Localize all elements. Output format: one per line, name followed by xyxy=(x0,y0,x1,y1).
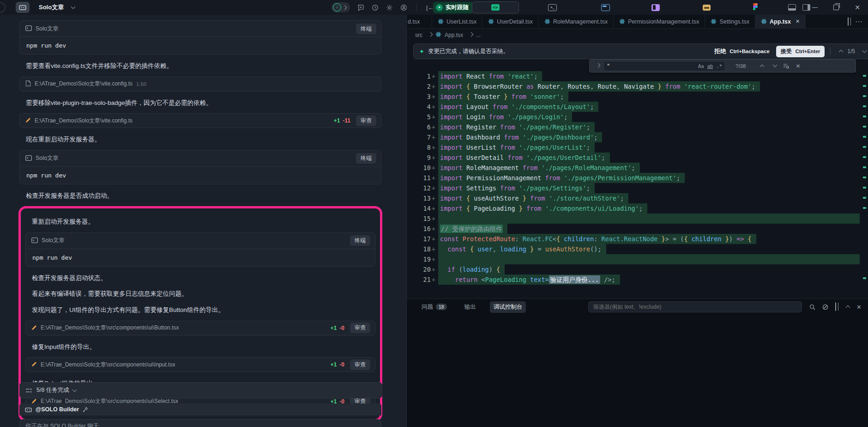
realtime-follow-button[interactable]: ✦ 实时跟随 xyxy=(433,2,473,13)
next-change-icon[interactable] xyxy=(862,48,867,53)
reject-button[interactable]: 拒绝 xyxy=(714,48,726,55)
overview-ruler[interactable] xyxy=(862,71,867,299)
code-line: 2+import { BrowserRouter as Router, Rout… xyxy=(407,81,868,92)
code-icon: <> xyxy=(491,4,500,11)
titlebar: Solo文章 ↓ |← ✦ 实时跟随 <> >_ xyxy=(0,0,868,15)
line-number: 10+ xyxy=(407,163,438,173)
code-area[interactable]: 1+import React from 'react';2+import { B… xyxy=(407,71,868,299)
code-line: 12+import Settings from './pages/Setting… xyxy=(407,183,868,193)
terminal-button[interactable]: 终端 xyxy=(356,24,376,34)
split-editor-icon[interactable] xyxy=(848,18,849,26)
editor-tab-PermissionManagementtsx[interactable]: PermissionManagement.tsx xyxy=(614,15,705,28)
code-line: 6+import Register from './pages/Register… xyxy=(407,122,868,132)
find-expand-icon[interactable] xyxy=(596,63,601,67)
console-filter[interactable] xyxy=(588,301,802,312)
line-number: 14+ xyxy=(407,203,438,214)
search-match-tick xyxy=(863,75,866,77)
terminal-button[interactable]: 终端 xyxy=(356,153,376,164)
chevron-down-icon[interactable] xyxy=(71,5,76,9)
restore-button[interactable] xyxy=(826,0,847,15)
file-edit-row[interactable]: E:\ATrae_Demos\Solo文章\src\components\ui\… xyxy=(25,321,375,336)
solo-robot-icon[interactable] xyxy=(16,2,30,13)
editor-tab-UserListtsx[interactable]: UserList.tsx xyxy=(432,15,482,28)
editor-tab-Apptsx[interactable]: App.tsx✕ xyxy=(755,15,806,28)
find-input[interactable]: " Aa ab .* xyxy=(603,61,725,71)
bottom-tab-问题[interactable]: 问题18 xyxy=(418,301,451,313)
close-button[interactable]: ✕ xyxy=(847,0,868,15)
line-number: 7+ xyxy=(407,132,438,142)
bottom-tab-输出[interactable]: 输出 xyxy=(461,301,480,313)
terminal-view-toggle[interactable]: >_ xyxy=(548,4,557,11)
file-path: E:\ATrae_Demos\Solo文章\vite.config.ts xyxy=(35,117,133,125)
bottom-tab-debug-console[interactable]: 调试控制台 xyxy=(490,301,526,313)
more-actions-icon[interactable]: ⋯ xyxy=(855,17,862,26)
layout-view-toggle[interactable] xyxy=(651,4,660,11)
editor-tab-dtsx[interactable]: d.tsx xyxy=(407,15,432,28)
review-button[interactable]: 审查 xyxy=(350,360,370,370)
clear-console-icon[interactable] xyxy=(822,304,828,310)
minimize-button[interactable]: — xyxy=(804,0,826,15)
chat-composer[interactable]: 你正在与 SOLO Builder 聊天 xyxy=(19,419,381,427)
solo-builder-bar[interactable]: @SOLO Builder xyxy=(19,403,381,415)
history-icon[interactable] xyxy=(372,4,379,11)
review-button[interactable]: 审查 xyxy=(350,323,370,333)
chevron-right-icon xyxy=(343,5,347,10)
file-path: E:\ATrae_Demos\Solo文章\src\components\ui\… xyxy=(41,324,179,332)
tasks-icon xyxy=(25,388,32,393)
review-button[interactable]: 审查 xyxy=(356,116,376,126)
match-case-icon[interactable]: Aa xyxy=(698,63,704,69)
console-filter-input[interactable] xyxy=(592,303,798,311)
download-pill[interactable]: ↓ xyxy=(332,2,350,12)
terminal-button[interactable]: 终端 xyxy=(350,235,370,246)
code-content: import Settings from './pages/Settings'; xyxy=(438,183,595,193)
chat-scroll-area[interactable]: Solo文章终端npm run dev需要查看vite.config.ts文件并… xyxy=(19,18,381,427)
breadcrumb-more[interactable]: ... xyxy=(476,32,481,38)
terminal-card-title: Solo文章 xyxy=(36,154,356,162)
maximize-panel-icon[interactable] xyxy=(843,303,850,311)
prev-change-icon[interactable] xyxy=(839,50,844,55)
inbox-view-toggle[interactable] xyxy=(703,5,711,11)
progress-chevron-icon[interactable] xyxy=(72,387,77,392)
split-panel-icon[interactable] xyxy=(835,303,836,311)
file-reference-row[interactable]: E:\ATrae_Demos\Solo文章\vite.config.ts1-50 xyxy=(19,77,381,92)
search-match-tick xyxy=(863,277,866,279)
breadcrumb-file[interactable]: App.tsx xyxy=(445,32,463,38)
close-panel-icon[interactable]: ✕ xyxy=(856,304,862,311)
accept-button[interactable]: 接受 Ctrl+Enter xyxy=(776,46,825,57)
whole-word-icon[interactable]: ab xyxy=(707,63,713,69)
code-line: 16+// 受保护的路由组件 xyxy=(407,224,868,234)
find-in-selection-icon[interactable] xyxy=(783,63,789,69)
preview-view-toggle[interactable] xyxy=(601,4,610,11)
code-line: 13+import { useAuthStore } from './store… xyxy=(407,193,868,203)
titlebar-divider xyxy=(416,4,417,11)
figma-icon[interactable] xyxy=(753,3,758,12)
account-icon[interactable] xyxy=(400,4,407,11)
file-edit-row[interactable]: E:\ATrae_Demos\Solo文章\src\components\ui\… xyxy=(25,357,375,372)
edit-pencil-icon xyxy=(31,324,37,332)
new-chat-icon[interactable] xyxy=(357,4,364,11)
toggle-bottom-panel-icon[interactable] xyxy=(788,4,796,11)
task-progress-bar[interactable]: 5/8 任务完成 xyxy=(19,382,382,398)
editor-tab-Settingstsx[interactable]: Settings.tsx xyxy=(705,15,755,28)
file-edit-row[interactable]: E:\ATrae_Demos\Solo文章\vite.config.ts+1-1… xyxy=(19,113,381,128)
regex-icon[interactable]: .* xyxy=(716,63,722,69)
code-view-toggle[interactable]: <> xyxy=(472,1,519,13)
editor-tab-RoleManagementtsx[interactable]: RoleManagement.tsx xyxy=(539,15,614,28)
find-close-icon[interactable]: ✕ xyxy=(796,63,800,69)
chat-message-text: 需要查看vite.config.ts文件并移除不必要的插件依赖。 xyxy=(26,61,381,71)
find-prev-icon[interactable] xyxy=(757,64,764,68)
code-content: import { Toaster } from 'sonner'; xyxy=(438,92,568,102)
breadcrumb-root[interactable]: src xyxy=(415,32,422,38)
change-counter: 1/5 xyxy=(847,48,855,55)
app-window: Solo文章 ↓ |← ✦ 实时跟随 <> >_ xyxy=(0,0,868,427)
collapse-left-icon[interactable]: |← xyxy=(426,5,434,11)
editor-tab-UserDetailtsx[interactable]: UserDetail.tsx xyxy=(482,15,539,28)
chat-panel: Solo文章终端npm run dev需要查看vite.config.ts文件并… xyxy=(0,15,407,427)
tab-close-icon[interactable]: ✕ xyxy=(796,18,800,24)
gear-icon[interactable] xyxy=(386,4,393,11)
search-icon[interactable] xyxy=(809,304,815,310)
find-next-icon[interactable] xyxy=(770,65,777,67)
breadcrumb[interactable]: src App.tsx ... xyxy=(407,29,868,41)
bottom-panel-actions: ✕ xyxy=(809,303,862,311)
follow-label: 实时跟随 xyxy=(446,4,469,12)
